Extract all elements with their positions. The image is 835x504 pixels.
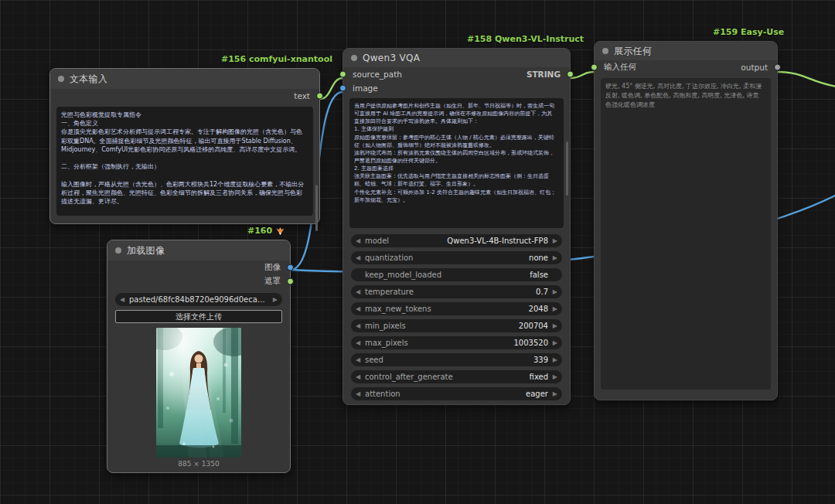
increment-arrow[interactable]: ▶ [553,336,557,349]
increment-arrow[interactable]: ▶ [553,370,557,383]
widget-model[interactable]: ◀ model Qwen3-VL-4B-Instruct-FP8 ▶ [351,234,562,247]
decrement-arrow[interactable]: ◀ [356,319,360,332]
node-title: 加载图像 [127,244,165,257]
widget-quantization[interactable]: ◀ quantization none ▶ [351,251,562,264]
node-badge: #159 Easy-Use [713,27,784,37]
node-title: 展示任何 [614,45,652,58]
node-badge: #158 Qwen3-VL-Instruct [467,34,584,44]
output-slot-label: 遮罩 [264,276,281,287]
output-slot-string[interactable] [567,71,574,78]
increment-arrow[interactable]: ▶ [553,387,557,400]
node-title-bar[interactable]: 加载图像 [107,240,290,261]
widget-max-pixels[interactable]: ◀ max_pixels 1003520 ▶ [351,336,562,349]
node-title-bar[interactable]: Qwen3 VQA [343,49,570,67]
decrement-arrow[interactable]: ◀ [356,234,360,247]
node-title: 文本输入 [70,73,107,86]
widget-seed[interactable]: ◀ seed 339 ▶ [351,353,562,366]
input-slot-source-path[interactable] [339,71,346,78]
node-title: Qwen3 VQA [363,53,420,63]
image-preview [156,328,241,458]
increment-arrow[interactable]: ▶ [553,234,557,247]
decrement-arrow[interactable]: ◀ [356,336,360,349]
scrollbar[interactable] [566,141,568,196]
increment-arrow[interactable]: ▶ [553,319,557,332]
input-slot-label: source_path [353,70,402,79]
increment-arrow[interactable]: ▶ [553,285,557,298]
widget-attention[interactable]: ◀ attention eager ▶ [351,387,562,400]
input-slot-anything[interactable] [591,64,598,71]
fox-icon [275,226,285,236]
decrement-arrow[interactable]: ◀ [356,251,360,264]
input-slot-label: image [353,83,378,93]
output-slot-text[interactable] [316,93,323,100]
output-slot-label: text [294,91,310,100]
node-badge: #156 comfyui-xnantool [221,54,332,64]
node-load-image[interactable]: 加载图像 图像 遮罩 ◀ pasted/68fc84b8720e9096d0ec… [107,240,291,473]
decrement-arrow[interactable]: ◀ [356,285,360,298]
combo-next-arrow[interactable]: ▶ [273,293,278,306]
vqa-prompt-textarea[interactable]: 当用户提供原始参考图片和创作主题（如生日、新年、节日祝福等）时，需生成一句可直接… [349,98,564,228]
link-string-to-anything [571,72,594,78]
prompt-textarea[interactable]: 光照与色彩视觉提取专属指令 一、角色定义 你是顶尖光影色彩艺术分析师与提示词工程… [56,107,313,216]
input-slot-label: 输入任何 [604,62,636,73]
output-slot-mask[interactable] [287,278,294,285]
widget-control-after-generate[interactable]: ◀ control_after_generate fixed ▶ [351,370,562,383]
widget-max-new-tokens[interactable]: ◀ max_new_tokens 2048 ▶ [351,302,562,315]
input-slot-image[interactable] [339,85,346,92]
node-qwen3-vqa[interactable]: Qwen3 VQA source_path STRING image 当用户提供… [343,48,571,405]
decrement-arrow[interactable]: ◀ [356,370,360,383]
link-output-offscreen [778,72,835,87]
output-slot-label: 图像 [264,262,281,273]
decrement-arrow[interactable]: ◀ [356,302,360,315]
decrement-arrow[interactable]: ◀ [356,353,360,366]
node-graph-canvas[interactable]: #156 comfyui-xnantool #160 #158 Qwen3-VL… [0,0,835,504]
collapse-dot[interactable] [115,247,121,254]
image-dimensions: 885 × 1350 [107,460,290,468]
output-slot-label: STRING [527,70,561,79]
upload-button[interactable]: 选择文件上传 [115,310,282,323]
output-slot-output[interactable] [774,64,781,71]
widget-temperature[interactable]: ◀ temperature 0.7 ▶ [351,285,562,298]
node-title-bar[interactable]: 展示任何 [595,42,777,60]
node-badge: #160 [247,226,285,236]
node-text-input[interactable]: 文本输入 text 光照与色彩视觉提取专属指令 一、角色定义 你是顶尖光影色彩艺… [49,68,320,224]
collapse-dot[interactable] [602,48,608,54]
increment-arrow[interactable]: ▶ [553,302,557,315]
increment-arrow[interactable]: ▶ [553,353,557,366]
widget-keep-model-loaded[interactable]: keep_model_loaded false [351,268,562,281]
combo-value: pasted/68fc84b8720e9096d0eca… [129,295,265,304]
collapse-dot[interactable] [351,55,357,61]
output-slot-label: output [741,63,768,72]
collapse-dot[interactable] [58,76,64,82]
node-title-bar[interactable]: 文本输入 [50,69,319,89]
decrement-arrow[interactable]: ◀ [356,387,360,400]
node-show-any[interactable]: 展示任何 输入任何 output 硬光, 45° 侧逆光, 高对比度, 丁达尔效… [594,41,778,400]
scrollbar[interactable] [315,185,318,231]
combo-prev-arrow[interactable]: ◀ [120,293,124,306]
output-slot-image[interactable] [287,264,294,271]
show-any-textarea[interactable]: 硬光, 45° 侧逆光, 高对比度, 丁达尔效应, 冷白光, 柔和漫反射, 暖色… [601,78,771,390]
image-file-combo[interactable]: ◀ pasted/68fc84b8720e9096d0eca… ▶ [115,293,282,306]
increment-arrow[interactable]: ▶ [553,251,557,264]
widget-min-pixels[interactable]: ◀ min_pixels 200704 ▶ [351,319,562,332]
